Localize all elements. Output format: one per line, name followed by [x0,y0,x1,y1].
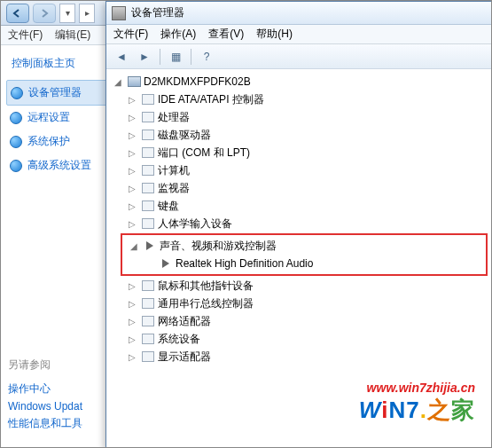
toolbar-properties-icon[interactable]: ▦ [166,47,185,67]
tree-node-label: 通用串行总线控制器 [158,295,254,311]
menu-help[interactable]: 帮助(H) [256,27,293,42]
device-category-icon [141,182,155,194]
tree-node[interactable]: ▷鼠标和其他指针设备 [106,277,491,295]
breadcrumb-home-icon[interactable]: ▾ [59,4,75,23]
speaker-icon [143,240,157,252]
toolbar-back-icon[interactable]: ◄ [112,47,131,67]
expand-icon[interactable]: ▷ [126,111,138,124]
sidebar-item-device-manager[interactable]: 设备管理器 [6,80,116,106]
tree-node-label: 处理器 [158,109,190,125]
see-also-link[interactable]: 操作中心 [8,380,82,398]
tree-node-label: 系统设备 [158,331,200,347]
device-tree[interactable]: ◢ D2MKDMXFPDFK02B ▷IDE ATA/ATAPI 控制器 ▷处理… [106,69,491,448]
expand-icon[interactable]: ▷ [126,182,138,195]
device-manager-icon [112,6,126,20]
dm-menubar: 文件(F) 操作(A) 查看(V) 帮助(H) [106,25,491,44]
tree-root-label: D2MKDMXFPDFK02B [144,74,251,90]
device-category-icon [141,129,155,141]
collapse-icon[interactable]: ◢ [128,240,140,253]
control-panel-home-link[interactable]: 控制面板主页 [6,52,116,80]
window-title: 设备管理器 [131,5,184,20]
left-panel: 控制面板主页 设备管理器 远程设置 系统保护 高级系统设置 [1,45,116,185]
menu-view[interactable]: 查看(V) [208,27,244,42]
device-category-icon [141,217,155,230]
device-category-icon [141,111,155,123]
shield-icon [11,87,23,99]
shield-icon [10,160,22,172]
tree-node[interactable]: ▷监视器 [106,179,491,197]
tree-node[interactable]: ▷处理器 [106,108,491,126]
see-also-link[interactable]: 性能信息和工具 [8,414,82,433]
tree-node[interactable]: ▷键盘 [106,197,491,215]
tree-root[interactable]: ◢ D2MKDMXFPDFK02B [106,73,491,90]
tree-leaf-label: Realtek High Definition Audio [176,255,313,271]
tree-node[interactable]: ▷IDE ATA/ATAPI 控制器 [106,90,491,108]
device-category-icon [141,200,155,212]
sidebar-item-protection[interactable]: 系统保护 [6,130,116,153]
tree-node[interactable]: ▷显示适配器 [106,348,491,365]
sidebar-item-label: 高级系统设置 [27,158,91,173]
collapse-icon[interactable]: ◢ [112,75,124,89]
tree-node[interactable]: ▷端口 (COM 和 LPT) [106,144,491,161]
breadcrumb-chevron-icon[interactable]: ▸ [79,4,95,23]
expand-icon[interactable]: ▷ [126,279,138,293]
device-category-icon [141,297,155,310]
expand-icon[interactable]: ▷ [126,217,138,231]
expand-icon[interactable]: ▷ [126,93,138,106]
sidebar-item-advanced[interactable]: 高级系统设置 [6,153,116,177]
tree-node[interactable]: ▷磁盘驱动器 [106,126,491,144]
expand-icon[interactable]: ▷ [126,164,138,177]
toolbar-help-icon[interactable]: ? [197,47,216,67]
dm-toolbar: ◄ ► ▦ ? [106,44,491,69]
tree-node-label: 监视器 [158,180,190,196]
toolbar-forward-icon[interactable]: ► [135,47,154,67]
tree-node-label: 计算机 [158,162,190,178]
device-manager-window: 设备管理器 文件(F) 操作(A) 查看(V) 帮助(H) ◄ ► ▦ ? ◢ … [105,1,492,448]
device-category-icon [141,333,155,345]
toolbar-separator [160,49,160,65]
tree-node-label: 鼠标和其他指针设备 [158,278,254,294]
tree-node-label: 人体学输入设备 [158,216,232,232]
tree-node[interactable]: ▷人体学输入设备 [106,215,491,232]
tree-leaf-audio-device[interactable]: Realtek High Definition Audio [122,255,486,272]
expand-icon[interactable]: ▷ [126,297,138,310]
expand-icon[interactable]: ▷ [126,146,138,160]
expand-icon[interactable]: ▷ [126,333,138,346]
tree-node-audio[interactable]: ◢ 声音、视频和游戏控制器 [122,237,486,255]
shield-icon [10,112,22,124]
device-category-icon [141,315,155,327]
sidebar-item-label: 设备管理器 [28,85,82,100]
back-button[interactable] [6,4,29,23]
menu-action[interactable]: 操作(A) [160,27,196,42]
menu-file[interactable]: 文件(F) [113,27,148,42]
tree-node-label: 端口 (COM 和 LPT) [158,145,250,161]
menu-file[interactable]: 文件(F) [8,28,43,43]
device-category-icon [141,350,155,363]
see-also-link[interactable]: Windows Updat [8,398,82,414]
forward-button[interactable] [33,4,56,23]
tree-node-label: 磁盘驱动器 [158,127,211,143]
tree-node[interactable]: ▷系统设备 [106,330,491,348]
tree-node[interactable]: ▷网络适配器 [106,312,491,330]
expand-icon[interactable]: ▷ [126,129,138,142]
sidebar-item-label: 系统保护 [27,134,70,149]
sidebar-item-remote[interactable]: 远程设置 [6,106,116,130]
device-category-icon [141,93,155,106]
expand-icon[interactable]: ▷ [126,350,138,364]
device-category-icon [141,164,155,177]
dm-titlebar: 设备管理器 [106,2,491,25]
see-also-header: 另请参阅 [8,356,82,374]
tree-node-label: 键盘 [158,198,179,214]
menu-edit[interactable]: 编辑(E) [55,28,90,43]
device-category-icon [141,146,155,159]
expand-icon[interactable]: ▷ [126,200,138,213]
annotation-highlight: ◢ 声音、视频和游戏控制器 Realtek High Definition Au… [121,233,488,276]
speaker-icon [159,257,173,270]
expand-icon[interactable]: ▷ [126,315,138,328]
tree-node[interactable]: ▷通用串行总线控制器 [106,295,491,312]
tree-node[interactable]: ▷计算机 [106,161,491,179]
tree-node-label: 显示适配器 [158,349,211,365]
see-also-section: 另请参阅 操作中心 Windows Updat 性能信息和工具 [8,356,82,433]
device-category-icon [141,279,155,292]
toolbar-separator [191,49,191,65]
